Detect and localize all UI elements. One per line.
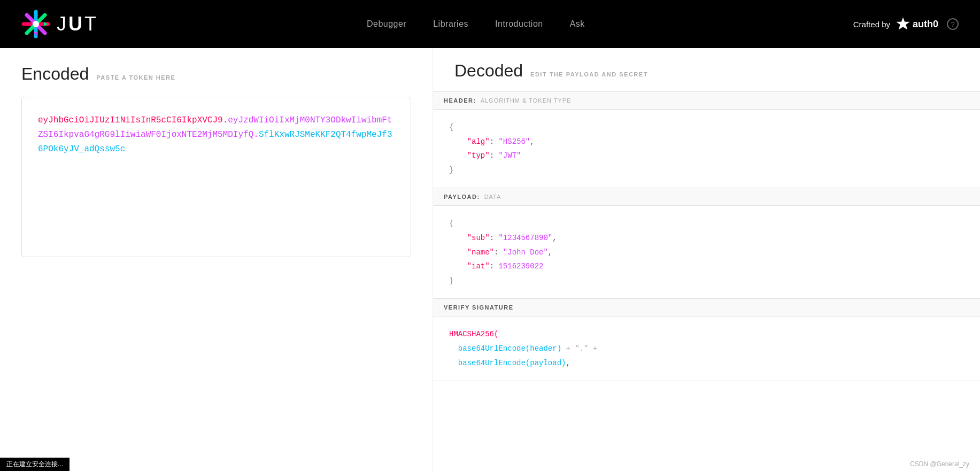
verify-param-header: base64UrlEncode(header) bbox=[458, 344, 561, 353]
nav-libraries[interactable]: Libraries bbox=[433, 19, 468, 29]
main-header: JUT Debugger Libraries Introduction Ask … bbox=[0, 0, 980, 48]
crafted-by-label: Crafted by bbox=[853, 20, 890, 29]
decoded-panel: Decoded EDIT THE PAYLOAD AND SECRET HEAD… bbox=[433, 48, 980, 471]
nav-introduction[interactable]: Introduction bbox=[495, 19, 543, 29]
header-typ-key: "typ" bbox=[467, 151, 490, 160]
jwt-logo-icon bbox=[21, 10, 50, 38]
status-text: 正在建立安全连接... bbox=[6, 460, 63, 468]
header-typ-value: "JWT" bbox=[498, 151, 521, 160]
watermark: CSDN @General_zy bbox=[910, 460, 969, 468]
auth0-star-icon bbox=[896, 17, 910, 32]
token-part1: eyJhbGciOiJIUzI1NiIsInR5cCI6IkpXVCJ9 bbox=[38, 115, 223, 125]
header-close-brace: } bbox=[449, 166, 453, 174]
encoded-title-text: Encoded bbox=[21, 64, 89, 84]
payload-section-sublabel: DATA bbox=[484, 194, 501, 200]
payload-iat-colon: : bbox=[490, 262, 499, 271]
decoded-title-text: Decoded bbox=[454, 61, 523, 81]
payload-label-text: PAYLOAD: bbox=[444, 194, 480, 200]
payload-name-colon: : bbox=[494, 248, 503, 257]
payload-iat-key: "iat" bbox=[467, 262, 490, 271]
encoded-subtitle: PASTE A TOKEN HERE bbox=[96, 74, 175, 81]
main-nav: Debugger Libraries Introduction Ask bbox=[98, 19, 853, 29]
header-alg-key: "alg" bbox=[467, 137, 490, 146]
encoded-token-box[interactable]: eyJhbGciOiJIUzI1NiIsInR5cCI6IkpXVCJ9.eyJ… bbox=[21, 97, 411, 257]
main-content: Encoded PASTE A TOKEN HERE eyJhbGciOiJIU… bbox=[0, 48, 980, 471]
verify-param-payload: base64UrlEncode(payload) bbox=[458, 359, 566, 367]
header-alg-value: "HS256" bbox=[498, 137, 530, 146]
nav-debugger[interactable]: Debugger bbox=[367, 19, 406, 29]
verify-label-text: VERIFY SIGNATURE bbox=[444, 304, 514, 311]
verify-op-plus1: + "." + bbox=[566, 344, 597, 353]
nav-ask[interactable]: Ask bbox=[570, 19, 585, 29]
verify-fn-name: HMACSHA256( bbox=[449, 330, 498, 338]
header-section-sublabel: ALGORITHM & TOKEN TYPE bbox=[481, 97, 572, 104]
encoded-panel-title: Encoded PASTE A TOKEN HERE bbox=[21, 64, 411, 84]
header-section: HEADER: ALGORITHM & TOKEN TYPE { "alg": … bbox=[433, 92, 980, 188]
help-button[interactable]: ? bbox=[947, 18, 959, 30]
header-alg-comma: , bbox=[530, 137, 534, 146]
logo-text: JUT bbox=[57, 13, 98, 35]
payload-name-key: "name" bbox=[467, 248, 494, 257]
auth0-logo: auth0 bbox=[896, 17, 938, 32]
header-section-label: HEADER: ALGORITHM & TOKEN TYPE bbox=[433, 92, 980, 110]
decoded-subtitle: EDIT THE PAYLOAD AND SECRET bbox=[530, 71, 648, 78]
header-section-body[interactable]: { "alg": "HS256", "typ": "JWT" } bbox=[433, 110, 980, 188]
decoded-panel-title: Decoded EDIT THE PAYLOAD AND SECRET bbox=[454, 61, 959, 81]
payload-iat-value: 1516239022 bbox=[498, 262, 543, 271]
payload-sub-colon: : bbox=[490, 234, 499, 242]
verify-section-label: VERIFY SIGNATURE bbox=[433, 299, 980, 316]
payload-name-comma: , bbox=[548, 248, 552, 257]
decoded-panel-header: Decoded EDIT THE PAYLOAD AND SECRET bbox=[433, 48, 980, 92]
header-typ-colon: : bbox=[490, 151, 499, 160]
payload-sub-key: "sub" bbox=[467, 234, 490, 242]
crafted-by-area: Crafted by auth0 ? bbox=[853, 17, 959, 32]
svg-point-4 bbox=[33, 21, 39, 27]
status-bar: 正在建立安全连接... bbox=[0, 458, 70, 471]
payload-section-label: PAYLOAD: DATA bbox=[433, 188, 980, 206]
payload-sub-comma: , bbox=[552, 234, 557, 242]
verify-section-body[interactable]: HMACSHA256( base64UrlEncode(header) + ".… bbox=[433, 316, 980, 381]
payload-open-brace: { bbox=[449, 219, 453, 228]
payload-sub-value: "1234567890" bbox=[498, 234, 552, 242]
encoded-panel: Encoded PASTE A TOKEN HERE eyJhbGciOiJIU… bbox=[0, 48, 433, 471]
token-dot1: . bbox=[223, 115, 228, 125]
auth0-name: auth0 bbox=[913, 19, 938, 30]
payload-section-body[interactable]: { "sub": "1234567890", "name": "John Doe… bbox=[433, 206, 980, 298]
header-alg-colon: : bbox=[490, 137, 499, 146]
payload-close-brace: } bbox=[449, 276, 453, 285]
logo-area: JUT bbox=[21, 10, 98, 38]
svg-marker-9 bbox=[897, 18, 909, 29]
header-label-text: HEADER: bbox=[444, 97, 476, 104]
payload-section: PAYLOAD: DATA { "sub": "1234567890", "na… bbox=[433, 188, 980, 299]
watermark-text: CSDN @General_zy bbox=[910, 460, 969, 468]
verify-comma: , bbox=[566, 359, 570, 367]
payload-name-value: "John Doe" bbox=[503, 248, 548, 257]
token-dot2: . bbox=[253, 130, 259, 140]
header-open-brace: { bbox=[449, 123, 453, 132]
verify-section: VERIFY SIGNATURE HMACSHA256( base64UrlEn… bbox=[433, 299, 980, 381]
